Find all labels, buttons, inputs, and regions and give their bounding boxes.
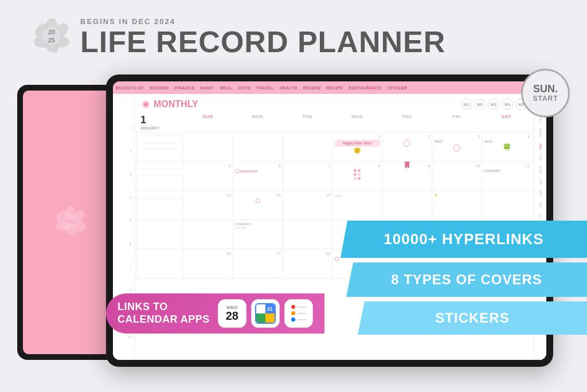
- day-fri: FRI: [432, 112, 482, 132]
- nav-finance[interactable]: FINANCE: [175, 86, 195, 90]
- rem-line-2: [297, 313, 306, 314]
- cell-notes: [137, 132, 183, 161]
- cell-jan19: [183, 220, 233, 249]
- tab-feb[interactable]: FEB: [538, 152, 543, 163]
- nav-meal[interactable]: MEAL: [220, 86, 232, 90]
- rem-line-3: [297, 319, 306, 320]
- gcal-q3: [256, 313, 265, 323]
- nav-sticker[interactable]: STICKER: [388, 86, 407, 90]
- bath-day-row: BATH DAY: [235, 169, 281, 174]
- tab-apr[interactable]: APR: [538, 176, 543, 187]
- calendar-app-icon[interactable]: WED 28: [218, 299, 246, 328]
- nav-review[interactable]: REVIEW: [303, 86, 321, 90]
- cell-jan28: 28: [283, 249, 332, 278]
- dot1: [354, 169, 357, 172]
- cell-jan2: 2: [382, 132, 432, 161]
- dot3: [354, 173, 357, 176]
- rem-line-1: [297, 307, 306, 308]
- cal-row-2: 5 6 BATH DAY 7 8: [135, 162, 534, 191]
- reminders-app-icon[interactable]: [284, 299, 313, 328]
- cell-jan5: 5: [183, 162, 233, 190]
- hyperlinks-banner: 10000+ HYPERLINKS: [341, 221, 587, 258]
- cal-row-3: 12 13 14 Wed ★: [135, 191, 534, 220]
- wed-label: Wed: [335, 194, 381, 198]
- happy-new-year-event: Happy New Year!!: [335, 140, 381, 147]
- links-banner: LINKS TO CALENDAR APPS WED 28 31: [106, 292, 324, 335]
- cell-jan6: 6 BATH DAY: [233, 162, 283, 190]
- nav-record[interactable]: RECORD: [150, 86, 169, 90]
- cell-conan: CONAN'S bath day: [233, 220, 283, 249]
- nav-habit[interactable]: HABIT: [200, 86, 214, 90]
- dot-row-3: [354, 177, 361, 180]
- tab-jun[interactable]: JUN: [538, 199, 543, 210]
- nav-ootd[interactable]: OOTD: [238, 86, 251, 90]
- cal-row-1: 1 Happy New Year!! 🙂 2 3 TEST: [135, 132, 534, 162]
- cell-jan18: [482, 191, 531, 219]
- google-calendar-icon[interactable]: 31: [251, 299, 280, 328]
- start-label: START: [533, 95, 558, 103]
- nav-recipe[interactable]: RECIPE: [326, 86, 343, 90]
- cell-jan27: 27: [233, 249, 283, 278]
- rem-dot-blue: [291, 317, 295, 322]
- tablet-dark-screen: 20 25: [23, 91, 118, 354]
- sun-start-badge: SUN. START: [521, 69, 570, 117]
- header-section: BEGINS IN DEC 2024 LIFE RECORD PLANNER: [80, 17, 445, 58]
- dot-row-1: [354, 169, 361, 172]
- monthly-header: 🌸 MONTHLY W1 W2 W3 W4 W5: [135, 94, 534, 112]
- planner-nav[interactable]: BUCKETLIST RECORD FINANCE HABIT MEAL OOT…: [113, 81, 546, 94]
- hyperlinks-text: 10000+ HYPERLINKS: [383, 230, 543, 248]
- tab-mml[interactable]: M.M.L.: [538, 126, 543, 140]
- links-line2: CALENDAR APPS: [118, 313, 210, 325]
- day-tue: TUE: [283, 112, 332, 132]
- rem-row-2: [291, 311, 306, 315]
- svg-text:20: 20: [48, 29, 55, 36]
- row-1: 1: [115, 125, 132, 147]
- cell-row5-notes: [137, 249, 183, 278]
- w3-badge[interactable]: W3: [488, 99, 499, 110]
- circle-icon: [404, 140, 410, 147]
- covers-text: 8 TYPES OF COVERS: [391, 272, 542, 288]
- cell-jan9: 9: [382, 162, 432, 190]
- dot6: [358, 177, 361, 180]
- flower-logo: 20 25: [32, 16, 72, 56]
- links-line1: LINKS TO: [118, 301, 168, 312]
- stickers-banner: STICKERS: [358, 301, 587, 335]
- w2-badge[interactable]: W2: [474, 99, 486, 110]
- cell-jan13: 13: [233, 191, 283, 219]
- tab-jul[interactable]: JUL: [538, 211, 543, 221]
- svg-text:25: 25: [67, 221, 73, 228]
- cell-row3-notes: [137, 191, 183, 219]
- cell-jan10: 10: [432, 162, 482, 190]
- bath-day-event: BATH DAY: [241, 170, 258, 173]
- day-wed: WED: [332, 112, 382, 132]
- monthly-label: MONTHLY: [154, 99, 198, 109]
- tab-mar[interactable]: MAR: [538, 164, 543, 175]
- row-2: 2: [115, 148, 132, 170]
- cell-jan15: Wed: [332, 191, 382, 219]
- app-icons: WED 28 31: [218, 299, 313, 328]
- cell-jan11: 11 CONCERT: [482, 162, 531, 190]
- flower-center-logo: 20 25: [53, 204, 88, 241]
- main-title: LIFE RECORD PLANNER: [80, 26, 445, 58]
- date-number: 1: [140, 114, 179, 126]
- pink-dots: [335, 169, 381, 180]
- nav-restaurants[interactable]: RESTAURANTS: [349, 86, 382, 90]
- nav-bucketlist[interactable]: BUCKETLIST: [116, 86, 144, 90]
- cell-dec29: [183, 132, 233, 161]
- rem-dot-orange: [291, 311, 295, 315]
- tab-jan[interactable]: JAN: [538, 141, 543, 152]
- circle-13: [256, 198, 260, 203]
- cell-jan26: 26: [183, 249, 233, 278]
- w4-badge[interactable]: W4: [502, 99, 513, 110]
- w1-badge[interactable]: W1: [460, 99, 472, 110]
- cell-jan3: 3 TEST: [432, 132, 482, 161]
- reminders-inner: [288, 303, 309, 324]
- bath-circle: [235, 169, 240, 174]
- dot5: [354, 177, 357, 180]
- tab-may[interactable]: MAY: [538, 188, 543, 199]
- nav-travel[interactable]: TRAVEL: [256, 86, 273, 90]
- row-10: 10: [115, 334, 132, 355]
- svg-text:20: 20: [67, 214, 73, 221]
- nav-health[interactable]: HEALTH: [280, 86, 298, 90]
- cell-jan7: 7: [283, 162, 332, 190]
